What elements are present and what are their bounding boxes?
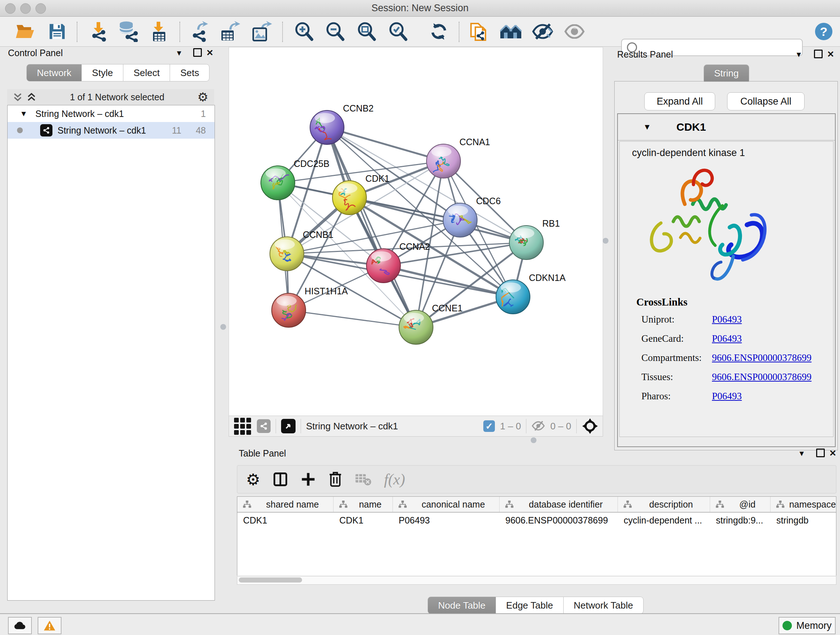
node-CDK1[interactable]: CDK1: [332, 173, 390, 215]
results-panel-float-icon[interactable]: [814, 50, 823, 60]
save-session-icon[interactable]: [48, 22, 66, 41]
crosslink-link[interactable]: P06493: [712, 314, 742, 325]
column-header-name[interactable]: name: [333, 497, 393, 512]
birdseye-view-icon[interactable]: [234, 418, 251, 435]
network-collection-row[interactable]: ▼ String Network – cdk1 1: [8, 105, 215, 122]
network-overview-share-icon[interactable]: [257, 419, 271, 433]
cdk1-section-header[interactable]: ▼ CDK1: [618, 114, 835, 141]
open-in-window-icon[interactable]: [281, 419, 295, 433]
control-panel-float-icon[interactable]: [193, 48, 202, 59]
tab-network-table[interactable]: Network Table: [564, 597, 644, 614]
edge-CCNB2-CCNE1[interactable]: [327, 127, 416, 327]
cell-name[interactable]: CDK1: [333, 513, 393, 528]
crosslink-link[interactable]: P06493: [712, 333, 742, 344]
collapse-all-icon[interactable]: [12, 92, 23, 103]
zoom-in-icon[interactable]: [294, 21, 314, 42]
zoom-fit-icon[interactable]: [356, 21, 377, 42]
cdk1-section-title: CDK1: [676, 121, 706, 133]
control-panel-menu-icon[interactable]: ▾: [177, 48, 181, 58]
export-network-icon[interactable]: [190, 21, 210, 42]
import-network-from-database-icon[interactable]: [117, 21, 139, 42]
node-label-RB1: RB1: [542, 218, 560, 228]
fit-content-crosshair-icon[interactable]: [582, 418, 598, 434]
delete-column-trash-icon[interactable]: [328, 471, 343, 487]
column-header-description[interactable]: description: [618, 497, 710, 512]
export-image-icon[interactable]: [251, 21, 272, 42]
add-column-icon[interactable]: [301, 472, 316, 487]
control-panel-close-icon[interactable]: ✕: [206, 48, 213, 58]
memory-button[interactable]: Memory: [778, 617, 836, 634]
cell-namespace[interactable]: stringdb: [771, 513, 836, 528]
cloud-status-button[interactable]: [8, 617, 32, 634]
cell-shared-name[interactable]: CDK1: [237, 513, 333, 528]
warning-status-button[interactable]: [38, 617, 62, 634]
table-panel-float-icon[interactable]: [816, 448, 825, 459]
column-header-shared-name[interactable]: shared name: [237, 497, 333, 512]
column-header-database-identifier[interactable]: database identifier: [500, 497, 618, 512]
collection-label: String Network – cdk1: [35, 109, 201, 119]
network-edges[interactable]: [278, 127, 526, 327]
tab-edge-table[interactable]: Edge Table: [496, 597, 564, 614]
import-network-from-file-icon[interactable]: [88, 21, 109, 42]
crosslink-link[interactable]: P06493: [712, 391, 742, 402]
node-HIST1H1A[interactable]: HIST1H1A: [272, 286, 348, 327]
node-CDKN1A[interactable]: CDKN1A: [496, 272, 566, 314]
node-CCNB1[interactable]: CCNB1: [270, 230, 333, 271]
export-table-icon[interactable]: [219, 21, 240, 42]
expand-all-button[interactable]: Expand All: [644, 92, 715, 111]
hide-panels-icon[interactable]: [532, 23, 554, 40]
svg-text:?: ?: [820, 25, 828, 38]
show-columns-icon[interactable]: [272, 471, 288, 487]
zoom-out-icon[interactable]: [325, 21, 345, 42]
open-session-icon[interactable]: [15, 23, 35, 40]
scrollbar-thumb[interactable]: [239, 578, 302, 583]
collapse-all-button[interactable]: Collapse All: [727, 92, 805, 111]
table-horizontal-scrollbar[interactable]: [237, 576, 836, 585]
refresh-icon[interactable]: [429, 22, 448, 41]
column-header-canonical-name[interactable]: canonical name: [393, 497, 500, 512]
network-canvas[interactable]: CCNB2CCNA1CDC25BCDK1CDC6RB1CCNB1CCNA2CDK…: [229, 47, 603, 416]
network-edge-count: 48: [196, 125, 206, 136]
clone-network-icon[interactable]: [469, 21, 488, 42]
collection-expander-icon[interactable]: ▼: [20, 109, 27, 118]
results-panel-tab-string[interactable]: String: [704, 65, 749, 82]
column-header-@id[interactable]: @id: [710, 497, 771, 512]
cell-@id[interactable]: stringdb:9...: [710, 513, 771, 528]
table-panel-menu-icon[interactable]: ▾: [799, 448, 804, 458]
node-CCNA1[interactable]: CCNA1: [426, 137, 490, 178]
tab-node-table[interactable]: Node Table: [428, 597, 496, 614]
cell-canonical-name[interactable]: P06493: [393, 513, 500, 528]
table-settings-gear-icon[interactable]: ⚙: [246, 470, 260, 489]
column-header-namespace[interactable]: namespace: [771, 497, 836, 512]
left-splitter-grip[interactable]: [220, 324, 226, 330]
bottom-splitter-grip[interactable]: [531, 437, 537, 443]
results-panel-menu-icon[interactable]: ▾: [797, 49, 801, 59]
network-row[interactable]: String Network – cdk1 11 48: [8, 122, 215, 139]
tab-network[interactable]: Network: [27, 64, 82, 81]
edge-CCNA2-CDKN1A[interactable]: [384, 266, 513, 297]
crosslink-link[interactable]: 9606.ENSP00000378699: [712, 371, 812, 383]
toolbar-divider: [282, 22, 283, 42]
right-splitter-grip[interactable]: [603, 238, 608, 244]
bundled-apps-icon[interactable]: [500, 22, 522, 41]
edge-HIST1H1A-CCNE1[interactable]: [289, 310, 416, 327]
table-row[interactable]: CDK1CDK1P064939606.ENSP00000378699cyclin…: [237, 513, 836, 528]
zoom-selected-icon[interactable]: [388, 21, 408, 42]
import-table-from-file-icon[interactable]: [149, 21, 169, 42]
table-panel-close-icon[interactable]: ✕: [829, 448, 836, 458]
node-CDC25B[interactable]: CDC25B: [261, 158, 330, 200]
cell-database-identifier[interactable]: 9606.ENSP00000378699: [500, 513, 618, 528]
crosslink-link[interactable]: 9606.ENSP00000378699: [712, 352, 812, 363]
node-RB1[interactable]: RB1: [509, 218, 560, 260]
tab-style[interactable]: Style: [82, 64, 123, 81]
help-icon[interactable]: ?: [814, 22, 833, 41]
expand-all-icon[interactable]: [26, 92, 37, 103]
results-panel-close-icon[interactable]: ✕: [827, 49, 834, 59]
cdk1-expander-icon[interactable]: ▼: [643, 122, 651, 132]
edge-CCNB2-CCNA1[interactable]: [327, 127, 444, 161]
selected-nodes-checkbox-icon[interactable]: ✓: [483, 420, 495, 432]
tab-select[interactable]: Select: [123, 64, 170, 81]
cell-description[interactable]: cyclin-dependent ...: [618, 513, 710, 528]
network-options-gear-icon[interactable]: ⚙: [197, 90, 208, 104]
tab-sets[interactable]: Sets: [170, 64, 210, 81]
